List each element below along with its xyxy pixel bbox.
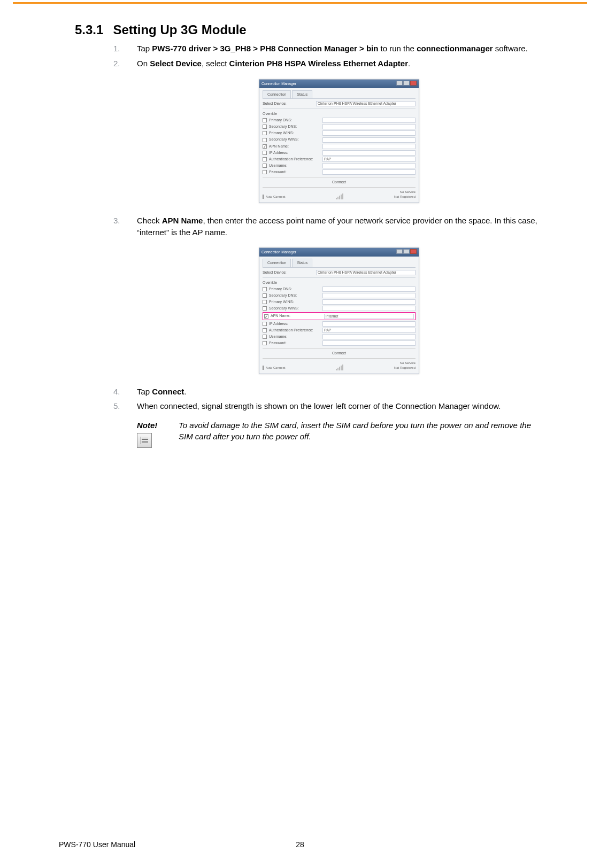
step-4: 4. Tap Connect. [137, 386, 541, 398]
note-block: Note! To avoid damage to the SIM card, i… [137, 420, 541, 448]
connect-button: Connect [263, 177, 416, 188]
select-device-dropdown: Cinterion PH8 HSPA Wireless Ethernet Ada… [316, 101, 416, 106]
step-number: 1. [113, 43, 120, 55]
steps-list: 1. Tap PWS-770 driver > 3G_PH8 > PH8 Con… [75, 43, 541, 448]
step-number: 5. [113, 400, 120, 412]
section-title: Setting Up 3G Module [113, 22, 246, 37]
step-1: 1. Tap PWS-770 driver > 3G_PH8 > PH8 Con… [137, 43, 541, 55]
apn-name-input: internet [324, 314, 414, 319]
tab-connection: Connection [263, 90, 291, 98]
step-5: 5. When connected, signal strength is sh… [137, 400, 541, 448]
step-3: 3. Check APN Name, then enter the access… [137, 215, 541, 374]
note-label: Note! [137, 420, 179, 431]
step-2: 2. On Select Device, select Cinterion PH… [137, 58, 541, 203]
note-icon [137, 433, 152, 448]
page-footer: PWS-770 User Manual 28 [59, 840, 541, 849]
tab-status: Status [292, 90, 312, 98]
step-number: 3. [113, 215, 120, 227]
top-orange-rule [13, 2, 587, 4]
connection-manager-screenshot-2: Connection Manager Connection Status Sel… [259, 247, 419, 374]
step-number: 4. [113, 386, 120, 398]
signal-icon [336, 193, 343, 199]
footer-manual-title: PWS-770 User Manual [59, 840, 220, 849]
section-heading: 5.3.1Setting Up 3G Module [75, 22, 541, 37]
section-number: 5.3.1 [75, 22, 103, 37]
step-number: 2. [113, 58, 120, 69]
connection-manager-screenshot-1: Connection Manager Connection Status Sel… [259, 79, 419, 203]
window-buttons [396, 81, 417, 87]
window-titlebar: Connection Manager [259, 80, 419, 88]
footer-page-number: 28 [220, 840, 381, 849]
note-text: To avoid damage to the SIM card, insert … [179, 420, 541, 448]
